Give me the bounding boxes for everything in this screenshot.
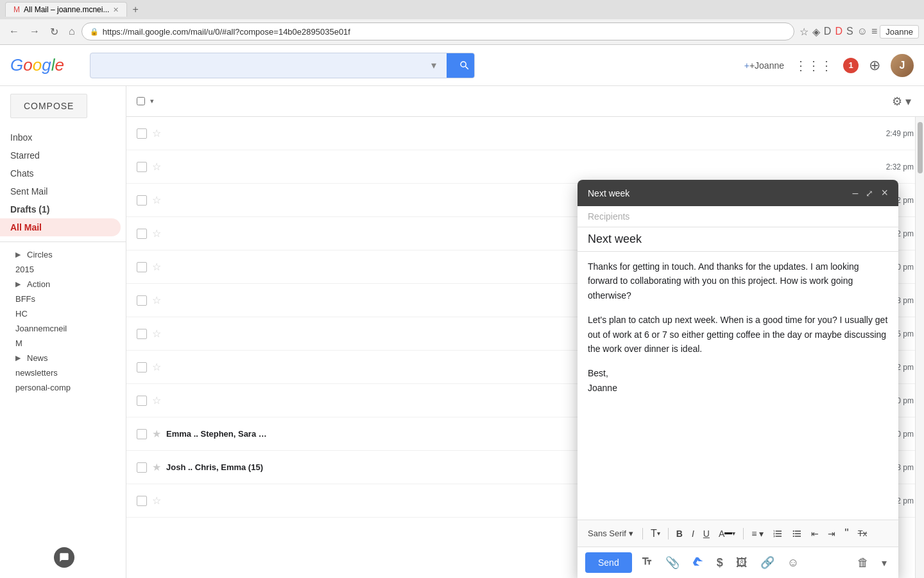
plus-joanne-link[interactable]: ++Joanne (744, 60, 784, 71)
nav-icon-4[interactable]: S (846, 26, 853, 37)
forward-button[interactable]: → (26, 23, 44, 40)
star-icon[interactable]: ☆ (152, 328, 161, 340)
email-checkbox[interactable] (137, 229, 147, 239)
bullet-list-button[interactable] (788, 526, 806, 541)
compose-subject-field[interactable]: Next week (578, 227, 898, 252)
search-bar[interactable]: ▾ (90, 53, 475, 78)
email-checkbox[interactable] (137, 128, 147, 139)
nav-icon-5[interactable]: ☺ (857, 26, 868, 37)
email-checkbox[interactable] (137, 496, 147, 506)
nav-icon-3[interactable]: D (835, 26, 843, 37)
star-icon[interactable]: ☆ (152, 394, 161, 407)
sidebar-item-action[interactable]: ▶ Action (0, 277, 126, 292)
attach-file-button[interactable]: 📎 (662, 553, 683, 572)
compose-header[interactable]: Next week – ⤢ × (578, 180, 898, 206)
numbered-list-button[interactable] (769, 526, 787, 541)
italic-button[interactable]: I (688, 526, 698, 541)
font-family-selector[interactable]: Sans Serif ▾ (583, 526, 638, 541)
sidebar-item-m[interactable]: M (0, 336, 126, 351)
user-avatar[interactable]: J (891, 54, 914, 77)
clear-formatting-button[interactable]: Tx (854, 526, 871, 541)
compose-button[interactable]: COMPOSE (10, 94, 87, 118)
insert-link-button[interactable]: 🔗 (757, 553, 778, 572)
tab-close-button[interactable]: ✕ (113, 6, 119, 14)
sidebar-item-allmail[interactable]: All Mail (0, 218, 121, 236)
email-checkbox[interactable] (137, 429, 147, 439)
settings-button[interactable]: ⚙ ▾ (889, 92, 914, 111)
add-circle-icon[interactable]: ⊕ (869, 57, 880, 74)
compose-body[interactable]: Thanks for getting in touch. And thanks … (578, 252, 898, 520)
google-drive-button[interactable] (689, 553, 708, 573)
reload-button[interactable]: ↻ (46, 23, 62, 40)
indent-increase-button[interactable]: ⇥ (824, 526, 839, 541)
bookmark-star-icon[interactable]: ☆ (800, 26, 809, 38)
email-checkbox[interactable] (137, 295, 147, 306)
compose-expand-button[interactable]: ⤢ (866, 188, 873, 198)
email-checkbox[interactable] (137, 462, 147, 473)
search-input[interactable] (90, 53, 426, 78)
email-checkbox[interactable] (137, 195, 147, 206)
email-checkbox[interactable] (137, 162, 147, 172)
email-checkbox[interactable] (137, 362, 147, 372)
address-bar[interactable]: 🔒 https://mail.google.com/mail/u/0/#all?… (81, 22, 794, 40)
home-button[interactable]: ⌂ (65, 23, 79, 40)
compose-to-field[interactable]: Recipients (578, 206, 898, 227)
star-icon[interactable]: ★ (152, 428, 161, 440)
sidebar-item-circles[interactable]: ▶ Circles (0, 247, 126, 262)
sidebar-item-sent[interactable]: Sent Mail (0, 182, 121, 200)
table-row[interactable]: ☆ 2:32 pm (126, 150, 924, 184)
more-options-button[interactable]: ▾ (878, 554, 891, 572)
chat-bubble[interactable] (54, 547, 74, 568)
insert-money-button[interactable]: $ (713, 554, 727, 572)
table-row[interactable]: ☆ 2:49 pm (126, 117, 924, 150)
sidebar-item-newsletters[interactable]: newsletters (0, 365, 126, 380)
sidebar-item-2015[interactable]: 2015 (0, 262, 126, 277)
font-size-button[interactable]: T ▾ (647, 525, 664, 542)
nav-icon-2[interactable]: D (824, 26, 832, 37)
text-color-button[interactable]: A ▾ (715, 526, 739, 541)
menu-icon[interactable]: ≡ (871, 26, 877, 37)
delete-compose-button[interactable]: 🗑 (853, 554, 873, 572)
sidebar-item-news[interactable]: ▶ News (0, 351, 126, 365)
star-icon[interactable]: ☆ (152, 261, 161, 273)
star-icon[interactable]: ☆ (152, 495, 161, 507)
align-button[interactable]: ≡ ▾ (748, 526, 767, 541)
sidebar-item-drafts[interactable]: Drafts (1) (0, 200, 121, 218)
blockquote-button[interactable]: " (841, 524, 852, 543)
scrollbar-thumb[interactable] (918, 122, 923, 173)
sidebar-item-hc[interactable]: HC (0, 306, 126, 321)
insert-photo-button[interactable]: 🖼 (732, 554, 751, 572)
star-icon[interactable]: ☆ (152, 227, 161, 240)
star-icon[interactable]: ☆ (152, 194, 161, 206)
notification-badge[interactable]: 1 (843, 58, 859, 73)
compose-close-button[interactable]: × (881, 186, 888, 200)
sidebar-item-bffs[interactable]: BFFs (0, 292, 126, 306)
select-all-checkbox[interactable] (137, 97, 145, 105)
star-icon[interactable]: ☆ (152, 161, 161, 173)
nav-icon-1[interactable]: ◈ (812, 26, 820, 38)
star-icon[interactable]: ☆ (152, 294, 161, 306)
select-dropdown-icon[interactable]: ▾ (150, 97, 154, 105)
sidebar-item-chats[interactable]: Chats (0, 164, 121, 182)
sidebar-item-personal[interactable]: personal-comp (0, 380, 126, 395)
email-checkbox[interactable] (137, 329, 147, 339)
star-icon[interactable]: ☆ (152, 361, 161, 373)
active-tab[interactable]: M All Mail – joanne.mcnei... ✕ (5, 2, 127, 17)
star-icon[interactable]: ☆ (152, 127, 161, 139)
user-name[interactable]: Joanne (880, 25, 919, 39)
email-checkbox[interactable] (137, 262, 147, 272)
sidebar-item-inbox[interactable]: Inbox (0, 128, 121, 146)
text-format-button[interactable] (637, 553, 656, 573)
sidebar-item-joannemcneil[interactable]: Joannemcneil (0, 321, 126, 336)
insert-emoji-button[interactable]: ☺ (783, 554, 803, 572)
send-button[interactable]: Send (585, 552, 632, 573)
star-icon[interactable]: ★ (152, 461, 161, 473)
sidebar-item-starred[interactable]: Starred (0, 146, 121, 164)
indent-decrease-button[interactable]: ⇤ (807, 526, 823, 541)
back-button[interactable]: ← (5, 23, 23, 40)
search-button[interactable] (447, 53, 475, 78)
search-dropdown-icon[interactable]: ▾ (426, 53, 441, 78)
new-tab-button[interactable]: + (127, 1, 143, 18)
bold-button[interactable]: B (672, 526, 687, 541)
apps-grid-icon[interactable]: ⋮⋮⋮ (794, 58, 833, 73)
